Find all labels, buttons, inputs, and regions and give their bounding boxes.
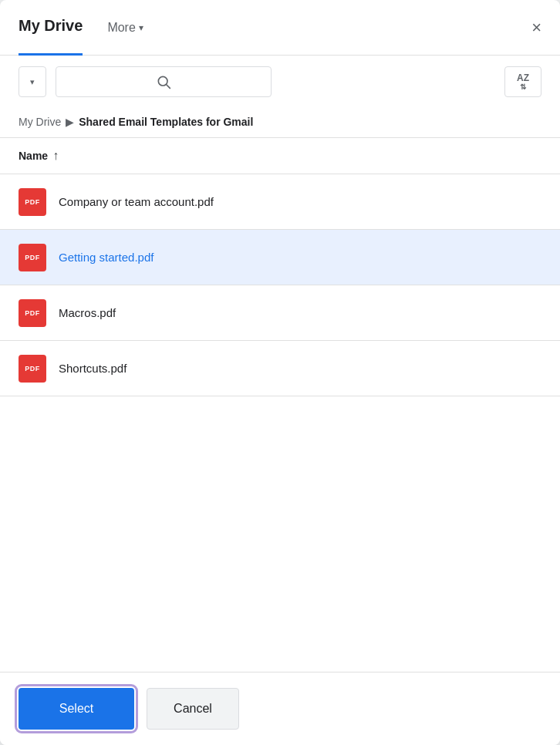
file-list-header: Name ↑: [0, 138, 560, 174]
breadcrumb-separator: ▶: [66, 116, 74, 128]
file-name: Macros.pdf: [59, 306, 116, 319]
close-button[interactable]: ×: [531, 19, 541, 36]
list-item[interactable]: PDF Company or team account.pdf: [0, 174, 560, 230]
pdf-icon: PDF: [19, 244, 46, 271]
breadcrumb-root[interactable]: My Drive: [19, 116, 61, 128]
sort-button[interactable]: AZ ⇅: [504, 66, 541, 97]
list-item[interactable]: PDF Getting started.pdf: [0, 230, 560, 285]
file-picker-dialog: My Drive More ▾ × ▾ AZ ⇅ My Drive ▶ Shar…: [0, 0, 560, 745]
chevron-down-icon: ▾: [139, 0, 143, 56]
pdf-icon: PDF: [19, 188, 46, 216]
filter-dropdown[interactable]: ▾: [19, 66, 46, 97]
cancel-button[interactable]: Cancel: [147, 688, 239, 730]
pdf-icon: PDF: [19, 299, 46, 327]
search-button[interactable]: [56, 66, 272, 97]
file-name: Getting started.pdf: [59, 251, 153, 264]
chevron-down-icon: ▾: [30, 77, 35, 87]
file-list: PDF Company or team account.pdf PDF Gett…: [0, 174, 560, 672]
select-button[interactable]: Select: [19, 688, 134, 730]
file-name: Shortcuts.pdf: [59, 362, 127, 375]
search-icon: [156, 74, 171, 89]
list-item[interactable]: PDF Macros.pdf: [0, 285, 560, 341]
pdf-icon: PDF: [19, 355, 46, 383]
dialog-footer: Select Cancel: [0, 672, 560, 745]
name-column-label: Name: [19, 150, 48, 162]
az-sort-icon: AZ ⇅: [517, 73, 529, 91]
list-item[interactable]: PDF Shortcuts.pdf: [0, 341, 560, 396]
tab-my-drive[interactable]: My Drive: [19, 1, 83, 56]
breadcrumb-current: Shared Email Templates for Gmail: [79, 116, 253, 128]
sort-arrow-icon: ↑: [52, 149, 59, 163]
file-name: Company or team account.pdf: [59, 195, 214, 208]
breadcrumb: My Drive ▶ Shared Email Templates for Gm…: [0, 108, 560, 138]
toolbar: ▾ AZ ⇅: [0, 56, 560, 108]
tab-more[interactable]: More ▾: [107, 0, 143, 55]
svg-line-1: [167, 85, 170, 89]
dialog-header: My Drive More ▾ ×: [0, 0, 560, 56]
